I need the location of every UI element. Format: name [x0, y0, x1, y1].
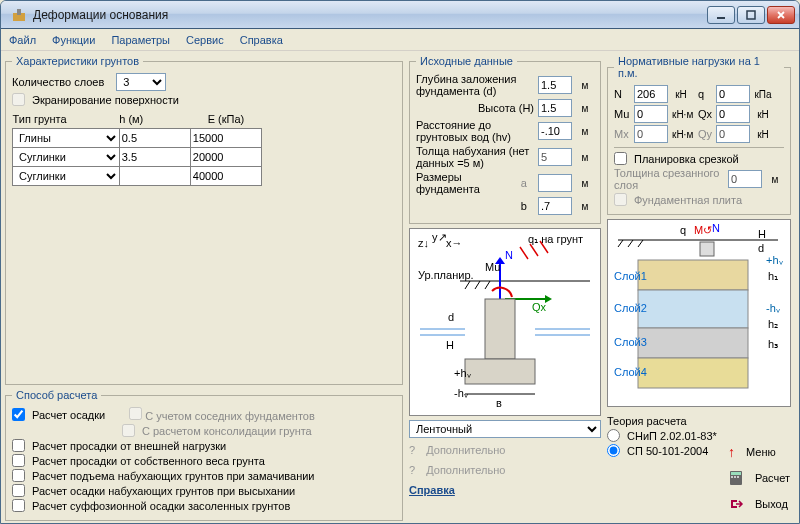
menu-service[interactable]: Сервис — [186, 34, 224, 46]
dim-a-input — [538, 174, 572, 192]
gw-input[interactable] — [538, 122, 572, 140]
svg-rect-53 — [731, 476, 733, 478]
depth-input[interactable] — [538, 76, 572, 94]
swell-input — [538, 148, 572, 166]
soil-type-2[interactable]: Суглинки — [13, 148, 119, 166]
svg-text:z↓: z↓ — [418, 237, 429, 249]
arrow-up-icon: ↑ — [728, 444, 735, 460]
soil-h-2[interactable] — [120, 148, 190, 166]
svg-rect-1 — [17, 9, 21, 15]
extra-link-1: Дополнительно — [426, 444, 505, 456]
method-opt-0[interactable] — [12, 408, 25, 421]
soil-type-3[interactable]: Суглинки — [13, 167, 119, 185]
method-opt-7[interactable] — [12, 499, 25, 512]
theory-snip[interactable] — [607, 429, 620, 442]
table-row: Глины — [13, 128, 262, 147]
loads-legend: Нормативные нагрузки на 1 п.м. — [614, 55, 784, 79]
Mu-input[interactable] — [634, 105, 668, 123]
menu-params[interactable]: Параметры — [111, 34, 170, 46]
app-icon — [11, 7, 27, 23]
calc-button[interactable]: Расчет — [728, 470, 790, 486]
svg-text:+hᵥ: +hᵥ — [766, 254, 784, 266]
exit-icon — [728, 496, 744, 512]
calculator-icon — [728, 470, 744, 486]
shield-checkbox — [12, 93, 25, 106]
col-type: Тип грунта — [13, 110, 120, 128]
svg-text:Qx: Qx — [532, 301, 547, 313]
svg-text:q: q — [680, 224, 686, 236]
help-link[interactable]: Справка — [409, 484, 455, 496]
col-E: E (кПа) — [190, 110, 261, 128]
soil-E-1[interactable] — [191, 129, 261, 147]
svg-text:d: d — [448, 311, 454, 323]
method-opt-1 — [129, 407, 142, 420]
method-opt-4[interactable] — [12, 454, 25, 467]
svg-rect-54 — [734, 476, 736, 478]
svg-text:-hᵥ: -hᵥ — [766, 302, 781, 314]
soil-h-1[interactable] — [120, 129, 190, 147]
exit-button[interactable]: Выход — [728, 496, 788, 512]
table-row: Суглинки — [13, 166, 262, 185]
soil-E-2[interactable] — [191, 148, 261, 166]
window-title: Деформации основания — [33, 8, 707, 22]
Qy-input — [716, 125, 750, 143]
menubar: Файл Функции Параметры Сервис Справка — [1, 29, 799, 51]
table-row: Суглинки — [13, 147, 262, 166]
slab-checkbox — [614, 193, 627, 206]
svg-text:x→: x→ — [446, 237, 463, 249]
svg-text:-hᵥ: -hᵥ — [454, 387, 469, 399]
height-input[interactable] — [538, 99, 572, 117]
svg-rect-2 — [717, 17, 725, 19]
soil-table: Тип грунта h (м) E (кПа) Глины Суглинки — [12, 110, 262, 186]
svg-text:Слой1: Слой1 — [614, 270, 647, 282]
menu-button[interactable]: ↑ Меню — [728, 444, 776, 460]
svg-line-30 — [628, 240, 633, 247]
theory-sp[interactable] — [607, 444, 620, 457]
help-icon: ? — [409, 444, 415, 456]
minimize-button[interactable] — [707, 6, 735, 24]
method-legend: Способ расчета — [12, 389, 101, 401]
svg-rect-52 — [731, 472, 741, 475]
maximize-button[interactable] — [737, 6, 765, 24]
q-input[interactable] — [716, 85, 750, 103]
menu-functions[interactable]: Функции — [52, 34, 95, 46]
svg-text:y↗: y↗ — [432, 231, 447, 243]
svg-text:q₁ на грунт: q₁ на грунт — [528, 233, 583, 245]
svg-line-31 — [638, 240, 643, 247]
menu-file[interactable]: Файл — [9, 34, 36, 46]
shield-label: Экранирование поверхности — [32, 94, 179, 106]
svg-text:h₂: h₂ — [768, 318, 778, 330]
theory-label: Теория расчета — [607, 415, 791, 427]
soil-h-3[interactable] — [120, 167, 190, 185]
Mx-input — [634, 125, 668, 143]
svg-rect-55 — [737, 476, 739, 478]
input-data: Исходные данные Глубина заложения фундам… — [409, 55, 601, 224]
method-opt-3[interactable] — [12, 439, 25, 452]
dim-b-input[interactable] — [538, 197, 572, 215]
svg-line-29 — [618, 240, 623, 247]
svg-rect-39 — [638, 260, 748, 290]
svg-text:Слой3: Слой3 — [614, 336, 647, 348]
method-opt-5[interactable] — [12, 469, 25, 482]
soil-E-3[interactable] — [191, 167, 261, 185]
svg-line-10 — [465, 281, 470, 289]
soil-type-1[interactable]: Глины — [13, 129, 119, 147]
layers-select[interactable]: 3 — [116, 73, 166, 91]
svg-text:Ур.планир.: Ур.планир. — [418, 269, 474, 281]
input-legend: Исходные данные — [416, 55, 517, 67]
plan-checkbox[interactable] — [614, 152, 627, 165]
menu-help[interactable]: Справка — [240, 34, 283, 46]
close-button[interactable] — [767, 6, 795, 24]
svg-text:N: N — [712, 222, 720, 234]
svg-rect-42 — [638, 290, 748, 328]
extra-link-2: Дополнительно — [426, 464, 505, 476]
loads-fieldset: Нормативные нагрузки на 1 п.м. NкН qкПа … — [607, 55, 791, 215]
svg-rect-16 — [485, 299, 515, 359]
col-h: h (м) — [119, 110, 190, 128]
foundation-type-select[interactable]: Ленточный — [409, 420, 601, 438]
Qx-input[interactable] — [716, 105, 750, 123]
method-opt-6[interactable] — [12, 484, 25, 497]
svg-text:H: H — [446, 339, 454, 351]
svg-rect-35 — [700, 242, 714, 256]
N-input[interactable] — [634, 85, 668, 103]
